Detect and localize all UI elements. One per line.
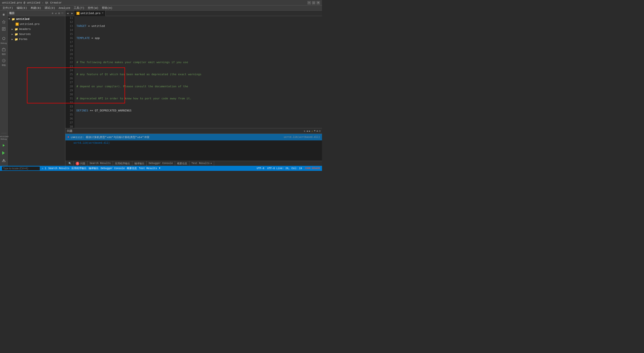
sidebar-icon-bookmark[interactable] (1, 19, 7, 25)
bottom-tab-debugconsole[interactable]: Debugger Console (147, 161, 175, 166)
menu-widget[interactable]: 控件(W) (86, 6, 100, 10)
testresults-tab-status[interactable]: Test Results (139, 167, 157, 170)
title-bar-controls: − □ × (307, 1, 320, 5)
warning-filter-btn[interactable]: ⚠ (311, 130, 313, 133)
encoding-status: UTF-8 (257, 167, 264, 170)
issue-text: LNK1112: 模块计算机类型"x86"与目标计算机类型"x64"冲突 (71, 135, 282, 139)
svg-marker-11 (3, 144, 5, 147)
search-results-tab-status[interactable]: Search Results (48, 167, 69, 170)
tab-nav-right[interactable]: ▶ (70, 11, 74, 16)
tree-arrow-sources: ▶ (12, 33, 15, 36)
tree-item-forms[interactable]: ▶ 📁 Forms (8, 37, 65, 42)
svg-rect-13 (2, 151, 3, 154)
close-panel-btn[interactable]: □ (61, 12, 64, 15)
sidebar-icon-edit[interactable] (1, 26, 7, 32)
error-icon: ● (67, 135, 69, 139)
tab-close-btn[interactable]: × (102, 12, 103, 15)
menu-tools[interactable]: 工具(T) (72, 6, 86, 10)
bottom-panel: 问题 ⇅ ◀ ▶ ⚠ ▼ ▲ ⊡ ● LNK1112: 模块计算机类型"x86"… (65, 128, 322, 161)
close-button[interactable]: × (316, 1, 320, 5)
issue-subitem-0[interactable]: ucrtd.lib(ucrtbased.dll) (65, 140, 322, 145)
collapse-panel-btn[interactable]: ▲ (316, 130, 318, 132)
code-content[interactable]: TARGET = untitled TEMPLATE = app # The f… (74, 16, 322, 128)
bottom-tab-testresults[interactable]: Test Results ▼ (189, 161, 214, 166)
compileoutput-tab-status[interactable]: 编译输出 (89, 167, 99, 170)
menu-debug[interactable]: 调试(D) (43, 6, 57, 10)
project-panel: 项目 ⊕ ⇄ ⊞ □ ▼ 📁 untitled Q untitled.pro (8, 11, 65, 166)
debug-label: Debug (1, 42, 7, 44)
menu-file[interactable]: 文件(F) (1, 6, 15, 10)
debugconsole-tab-label: Debugger Console (149, 162, 173, 165)
summary-tab-status[interactable]: 概要信息 (127, 167, 137, 170)
bottom-tab-search[interactable]: Search Results (88, 161, 113, 166)
svg-rect-14 (2, 161, 5, 162)
minimize-button[interactable]: − (307, 1, 311, 5)
svg-text:?: ? (3, 60, 5, 62)
bottom-tab-compile[interactable]: 编译输出 (132, 161, 147, 166)
line-numbers: 11 12 13 14 15 16 17 18 19 20 21 22 23 2… (65, 16, 74, 128)
maximize-button[interactable]: □ (312, 1, 315, 5)
title-bar: untitled.pro @ untitled - Qt Creator − □… (0, 0, 322, 6)
bottom-tab-issues[interactable]: 1 问题 (74, 161, 88, 166)
main-layout: ≡ Debug 项目 ? 帮助 untitled Debug (0, 11, 322, 166)
detach-panel-btn[interactable]: ⊡ (319, 130, 320, 133)
filter-btn[interactable]: ▼ (314, 130, 315, 132)
tree-item-pro[interactable]: Q untitled.pro (8, 22, 65, 27)
next-issue-btn[interactable]: ▶ (309, 130, 310, 133)
debuggerconsole-tab-status[interactable]: Debugger Console (101, 167, 125, 170)
issue-item-0[interactable]: ● LNK1112: 模块计算机类型"x86"与目标计算机类型"x64"冲突 u… (65, 134, 322, 140)
issues-badge: 1 (76, 162, 79, 165)
tree-label-headers: Headers (19, 28, 31, 31)
projects-label: 项目 (2, 53, 6, 55)
bottom-tab-overview[interactable]: 概要信息 (175, 161, 189, 166)
tree-item-headers[interactable]: ▶ 📁 Headers (8, 27, 65, 32)
separator (1, 133, 6, 133)
filter-tool[interactable]: ⊕ (51, 12, 54, 15)
build-button[interactable] (1, 157, 7, 164)
tree-arrow-forms: ▶ (12, 38, 15, 41)
status-bar-right: UTF-8 UTF-8 Line: 26, Col: 19 CSDN @dsm3… (257, 167, 320, 170)
sort-issues-btn[interactable]: ⇅ (304, 130, 305, 133)
testresults-dropdown-status[interactable]: ▼ (159, 167, 160, 170)
bottom-panel-title: 问题 (67, 129, 72, 133)
editor-and-bottom: ◀ ▶ Q untitled.pro × 11 12 13 14 15 16 1… (65, 11, 322, 166)
menu-edit[interactable]: 编辑(E) (15, 6, 29, 10)
file-tree: ▼ 📁 untitled Q untitled.pro ▶ 📁 Headers … (8, 16, 65, 166)
tree-item-sources[interactable]: ▶ 📁 Sources (8, 32, 65, 37)
bottom-tab-appoutput[interactable]: 应用程序输出 (113, 161, 132, 166)
menu-analyze[interactable]: Analyze (57, 6, 72, 10)
tree-item-untitled[interactable]: ▼ 📁 untitled (8, 17, 65, 22)
project-panel-title: 项目 (9, 11, 15, 15)
tab-nav-left[interactable]: ◀ (65, 11, 70, 16)
project-panel-tools: ⊕ ⇄ ⊞ □ (51, 12, 64, 15)
sync-tool[interactable]: ⇄ (55, 12, 57, 15)
tree-arrow-headers: ▶ (12, 28, 15, 31)
locate-input[interactable] (2, 167, 40, 170)
tab-bar: ◀ ▶ Q untitled.pro × (65, 11, 322, 16)
bottom-panel-tools: ⇅ ◀ ▶ ⚠ ▼ ▲ ⊡ (304, 130, 320, 133)
bottom-panel-header: 问题 ⇅ ◀ ▶ ⚠ ▼ ▲ ⊡ (65, 128, 322, 134)
appoutput-tab-label: 应用程序输出 (115, 162, 130, 165)
svg-rect-8 (2, 49, 5, 51)
sidebar-icon-projects[interactable] (1, 46, 7, 53)
tab-search-icon[interactable]: 🔍 (66, 161, 74, 166)
debug-run-button[interactable] (1, 150, 7, 156)
tree-label-pro: untitled.pro (20, 23, 39, 26)
code-editor[interactable]: 11 12 13 14 15 16 17 18 19 20 21 22 23 2… (65, 16, 322, 128)
left-sidebar: ≡ Debug 项目 ? 帮助 untitled Debug (0, 11, 8, 166)
compile-tab-label: 编译输出 (134, 162, 144, 165)
prev-issue-btn[interactable]: ◀ (306, 130, 308, 133)
svg-marker-12 (3, 152, 5, 154)
menu-help[interactable]: 帮助(H) (100, 6, 114, 10)
appoutput-tab-status[interactable]: 应用程序输出 (71, 167, 87, 170)
tree-arrow-untitled: ▼ (9, 18, 12, 20)
sidebar-icon-debug[interactable] (1, 35, 7, 42)
menu-build[interactable]: 构建(B) (29, 6, 43, 10)
tab-untitled-pro[interactable]: Q untitled.pro × (74, 11, 106, 16)
collapse-tool[interactable]: ⊞ (58, 12, 60, 15)
sidebar-icon-filenav[interactable]: ≡ (1, 12, 7, 18)
run-button[interactable] (1, 142, 7, 149)
sidebar-icon-help[interactable]: ? (1, 57, 7, 64)
issue-subtext: ucrtd.lib(ucrtbased.dll) (73, 142, 110, 144)
testresults-dropdown[interactable]: ▼ (211, 162, 212, 165)
